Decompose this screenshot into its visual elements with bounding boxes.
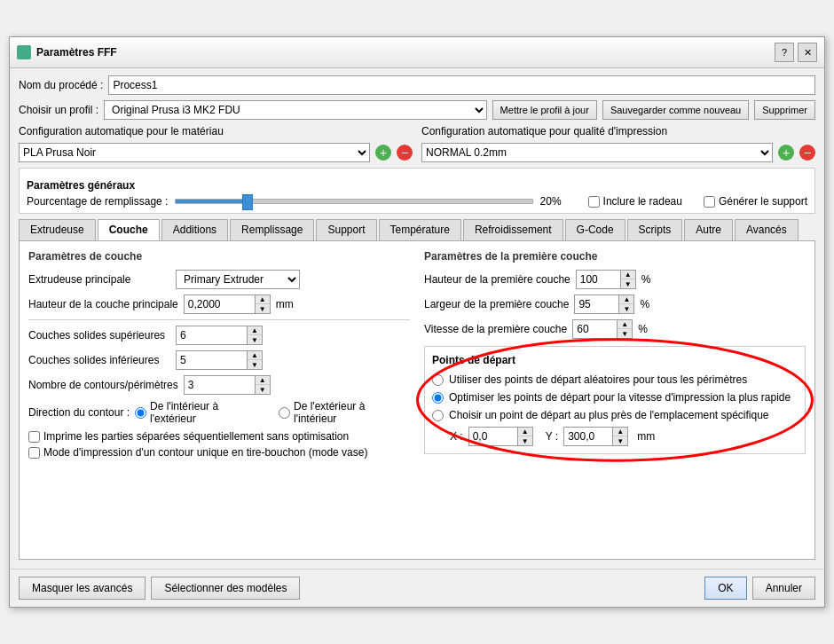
depart-label1: Utiliser des points de départ aléatoires… <box>449 373 747 386</box>
slider-thumb[interactable] <box>242 194 253 210</box>
depart-radio1[interactable] <box>432 374 444 386</box>
largeur-first-row: Largeur de la première couche ▲ ▼ % <box>424 295 806 314</box>
x-label: X : <box>450 430 463 443</box>
largeur-first-unit: % <box>640 298 649 310</box>
depart-radio2[interactable] <box>432 392 444 404</box>
help-button[interactable]: ? <box>775 43 794 62</box>
tab-avances[interactable]: Avancés <box>735 219 799 240</box>
contours-input[interactable] <box>184 375 255 395</box>
slider-track[interactable] <box>175 199 532 204</box>
largeur-first-down[interactable]: ▼ <box>619 304 633 313</box>
remove-qual-button[interactable]: − <box>799 145 815 161</box>
y-label: Y : <box>546 430 558 443</box>
solides-inf-label: Couches solides inférieures <box>28 354 170 366</box>
contours-up[interactable]: ▲ <box>256 376 270 385</box>
general-title: Paramètres généraux <box>27 179 807 192</box>
tab-autre[interactable]: Autre <box>684 219 733 240</box>
depart-radio3[interactable] <box>432 410 444 421</box>
tab-temperature[interactable]: Température <box>379 219 461 240</box>
solides-sup-input[interactable] <box>176 326 247 345</box>
radio2-row: Optimiser les points de départ pour la v… <box>432 391 798 404</box>
contours-row: Nombre de contours/périmètres ▲ ▼ <box>28 375 410 395</box>
add-qual-button[interactable]: + <box>778 145 794 161</box>
direction-radio-in[interactable] <box>135 407 146 419</box>
extrudeuse-select[interactable]: Primary Extruder <box>176 270 300 289</box>
nom-row: Nom du procédé : <box>19 75 815 95</box>
y-up[interactable]: ▲ <box>613 428 627 436</box>
tab-remplissage[interactable]: Remplissage <box>230 219 314 240</box>
xy-unit: mm <box>637 430 655 443</box>
solides-inf-input[interactable] <box>176 350 247 370</box>
slider-row: Pourcentage de remplissage : 20% Inclure… <box>27 195 807 208</box>
hauteur-first-down[interactable]: ▼ <box>621 279 635 288</box>
save-profil-button[interactable]: Sauvegarder comme nouveau <box>602 100 749 120</box>
solides-sup-up[interactable]: ▲ <box>248 326 262 335</box>
separator1 <box>28 319 410 320</box>
hauteur-first-input[interactable] <box>576 270 620 289</box>
tab-extrudeuse[interactable]: Extrudeuse <box>19 219 96 240</box>
solides-sup-down[interactable]: ▼ <box>248 335 262 344</box>
config-mat-select[interactable]: PLA Prusa Noir <box>19 143 370 162</box>
support-checkbox[interactable] <box>704 196 715 208</box>
tab-scripts[interactable]: Scripts <box>627 219 683 240</box>
profil-select[interactable]: Original Prusa i3 MK2 FDU <box>104 100 487 120</box>
largeur-first-input[interactable] <box>574 295 618 314</box>
tab-support[interactable]: Support <box>316 219 376 240</box>
radeau-label: Inclure le radeau <box>603 195 682 208</box>
nom-label: Nom du procédé : <box>19 79 103 91</box>
direction-label: Direction du contour : <box>28 406 130 419</box>
remplissage-label: Pourcentage de remplissage : <box>27 195 168 208</box>
close-button[interactable]: ✕ <box>798 43 817 62</box>
nom-input[interactable] <box>108 75 815 95</box>
solides-sup-row: Couches solides supérieures ▲ ▼ <box>28 326 410 345</box>
masquer-button[interactable]: Masquer les avancés <box>19 577 146 600</box>
tab-refroidissement[interactable]: Refroidissement <box>463 219 563 240</box>
radeau-checkbox[interactable] <box>588 196 600 208</box>
config-qual-select[interactable]: NORMAL 0.2mm <box>421 143 773 162</box>
x-up[interactable]: ▲ <box>518 428 532 436</box>
contours-down[interactable]: ▼ <box>256 385 270 394</box>
solides-inf-up[interactable]: ▲ <box>248 351 262 360</box>
profil-label: Choisir un profil : <box>19 104 98 116</box>
selectionner-button[interactable]: Sélectionner des modèles <box>151 577 300 600</box>
vitesse-first-row: Vitesse de la première couche ▲ ▼ % <box>424 319 806 339</box>
config-select-row: PLA Prusa Noir + − NORMAL 0.2mm + − <box>19 143 815 162</box>
tab-gcode[interactable]: G-Code <box>565 219 626 240</box>
tab-additions[interactable]: Additions <box>161 219 228 240</box>
check2-checkbox[interactable] <box>28 447 40 459</box>
largeur-first-up[interactable]: ▲ <box>619 295 633 304</box>
update-profil-button[interactable]: Mettre le profil à jour <box>492 100 597 120</box>
hauteur-first-up[interactable]: ▲ <box>621 271 635 279</box>
y-input[interactable] <box>563 427 612 446</box>
vitesse-first-down[interactable]: ▼ <box>618 329 632 338</box>
depart-label3: Choisir un point de départ au plus près … <box>449 409 769 421</box>
x-input[interactable] <box>468 427 517 446</box>
main-window: Paramètres FFF ? ✕ Nom du procédé : Choi… <box>9 36 825 608</box>
hauteur-input[interactable] <box>184 295 255 314</box>
vitesse-first-up[interactable]: ▲ <box>618 320 632 329</box>
x-down[interactable]: ▼ <box>518 436 532 445</box>
delete-profil-button[interactable]: Supprimer <box>754 100 815 120</box>
hauteur-up[interactable]: ▲ <box>256 295 270 304</box>
hauteur-spin: ▲ ▼ <box>184 295 271 314</box>
check1-checkbox[interactable] <box>28 431 40 443</box>
config-qual-label: Configuration automatique pour qualité d… <box>421 125 667 137</box>
add-mat-button[interactable]: + <box>375 145 391 161</box>
tab-couche[interactable]: Couche <box>98 219 160 240</box>
support-label: Générer le support <box>719 195 807 208</box>
radio1-row: Utiliser des points de départ aléatoires… <box>432 373 798 386</box>
hauteur-first-unit: % <box>641 273 651 286</box>
general-section: Paramètres généraux Pourcentage de rempl… <box>19 168 815 214</box>
hauteur-down[interactable]: ▼ <box>256 304 270 313</box>
slider-fill <box>176 200 247 203</box>
largeur-first-label: Largeur de la première couche <box>424 298 569 310</box>
direction-radio-out[interactable] <box>279 407 290 419</box>
y-down[interactable]: ▼ <box>613 436 627 445</box>
annuler-button[interactable]: Annuler <box>752 577 815 600</box>
vitesse-first-input[interactable] <box>572 319 617 339</box>
remove-mat-button[interactable]: − <box>397 145 413 161</box>
title-bar: Paramètres FFF ? ✕ <box>10 37 824 68</box>
window-title: Paramètres FFF <box>36 46 117 59</box>
ok-button[interactable]: OK <box>704 577 746 600</box>
solides-inf-down[interactable]: ▼ <box>248 360 262 369</box>
